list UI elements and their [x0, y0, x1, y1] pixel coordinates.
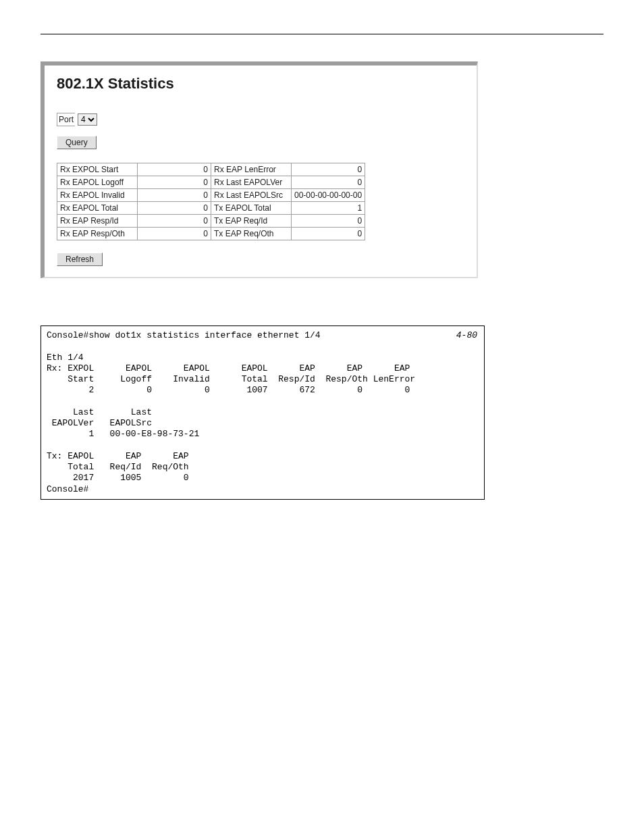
stat-value: 0	[138, 228, 211, 240]
stat-label: Rx EAP Resp/Id	[57, 215, 138, 228]
stat-label: Tx EAP Req/Id	[211, 215, 292, 228]
stat-value: 0	[138, 189, 211, 202]
stat-label: Rx EAPOL Invalid	[57, 189, 138, 202]
refresh-button[interactable]: Refresh	[57, 253, 103, 266]
port-label: Port	[57, 113, 75, 126]
stat-value: 0	[292, 215, 365, 228]
stat-value: 1	[292, 202, 365, 215]
cli-ref: 4-80	[456, 330, 477, 341]
table-row: Rx EAP Resp/Oth 0 Tx EAP Req/Oth 0	[57, 228, 365, 240]
stat-label: Rx EAPOL Logoff	[57, 176, 138, 189]
stat-value: 00-00-00-00-00-00	[292, 189, 365, 202]
statistics-panel: 802.1X Statistics Port 4 Query Rx EXPOL …	[41, 61, 478, 278]
stat-label: Rx EAP Resp/Oth	[57, 228, 138, 240]
table-row: Rx EAPOL Invalid 0 Rx Last EAPOLSrc 00-0…	[57, 189, 365, 202]
stat-label: Rx EXPOL Start	[57, 163, 138, 176]
page-title: 802.1X Statistics	[57, 75, 464, 93]
stat-value: 0	[138, 202, 211, 215]
stat-label: Tx EAP Req/Oth	[211, 228, 292, 240]
stat-label: Rx EAPOL Total	[57, 202, 138, 215]
cli-text: Console#show dot1x statistics interface …	[47, 330, 415, 494]
stat-value: 0	[138, 176, 211, 189]
table-row: Rx EAPOL Logoff 0 Rx Last EAPOLVer 0	[57, 176, 365, 189]
stat-label: Rx Last EAPOLVer	[211, 176, 292, 189]
stat-label: Rx Last EAPOLSrc	[211, 189, 292, 202]
table-row: Rx EXPOL Start 0 Rx EAP LenError 0	[57, 163, 365, 176]
stat-value: 0	[138, 215, 211, 228]
query-button[interactable]: Query	[57, 136, 97, 149]
table-row: Rx EAPOL Total 0 Tx EAPOL Total 1	[57, 202, 365, 215]
cli-output: 4-80Console#show dot1x statistics interf…	[41, 325, 485, 500]
stat-value: 0	[292, 176, 365, 189]
stat-value: 0	[138, 163, 211, 176]
port-row: Port 4	[57, 113, 464, 126]
stat-label: Tx EAPOL Total	[211, 202, 292, 215]
stat-value: 0	[292, 163, 365, 176]
stat-value: 0	[292, 228, 365, 240]
statistics-table: Rx EXPOL Start 0 Rx EAP LenError 0 Rx EA…	[57, 163, 365, 240]
top-rule	[41, 34, 603, 34]
stat-label: Rx EAP LenError	[211, 163, 292, 176]
port-select[interactable]: 4	[78, 113, 97, 126]
table-row: Rx EAP Resp/Id 0 Tx EAP Req/Id 0	[57, 215, 365, 228]
